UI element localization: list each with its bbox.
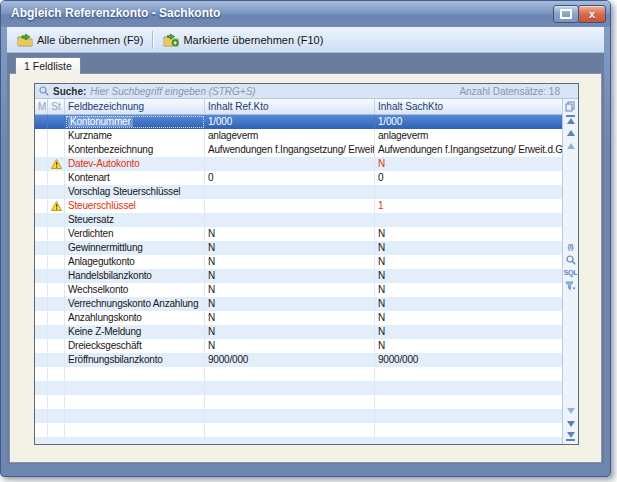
table-row[interactable] <box>35 367 562 381</box>
cell-inhalt-refkto[interactable] <box>205 185 375 199</box>
cell-feldbezeichnung[interactable]: Steuerschlüssel <box>65 199 205 213</box>
titlebar[interactable]: Abgleich Referenzkonto - Sachkonto x <box>1 1 610 27</box>
arrow-down-icon[interactable] <box>564 417 578 430</box>
cell-feldbezeichnung[interactable]: Kontenart <box>65 171 205 185</box>
cell-inhalt-sachkto[interactable]: N <box>375 325 562 339</box>
table-row[interactable]: Verrechnungskonto Anzahlung N N <box>35 297 562 311</box>
cell-inhalt-refkto[interactable]: N <box>205 241 375 255</box>
arrow-down-disabled-icon[interactable] <box>564 404 578 417</box>
cell-inhalt-sachkto[interactable]: N <box>375 311 562 325</box>
cell-inhalt-sachkto[interactable] <box>375 395 562 409</box>
cell-inhalt-sachkto[interactable]: N <box>375 297 562 311</box>
cell-marked[interactable] <box>35 185 48 199</box>
cell-marked[interactable] <box>35 269 48 283</box>
cell-inhalt-refkto[interactable]: anlageverm <box>205 129 375 143</box>
cell-feldbezeichnung[interactable]: Gewinnermittlung <box>65 241 205 255</box>
cell-inhalt-refkto[interactable]: N <box>205 283 375 297</box>
cell-marked[interactable] <box>35 353 48 367</box>
cell-marked[interactable] <box>35 129 48 143</box>
cell-inhalt-sachkto[interactable]: N <box>375 157 562 171</box>
close-button[interactable]: x <box>578 5 606 23</box>
tab-feldliste[interactable]: 1 Feldliste <box>15 57 81 74</box>
cell-inhalt-refkto[interactable] <box>205 395 375 409</box>
cell-marked[interactable] <box>35 437 48 444</box>
cell-inhalt-refkto[interactable] <box>205 367 375 381</box>
cell-inhalt-sachkto[interactable]: anlageverm <box>375 129 562 143</box>
table-row[interactable]: Steuerschlüssel 1 <box>35 199 562 213</box>
cell-marked[interactable] <box>35 199 48 213</box>
table-row[interactable] <box>35 437 562 444</box>
cell-marked[interactable] <box>35 241 48 255</box>
grid-search-bar[interactable]: Suche: Hier Suchbegriff eingeben (STRG+S… <box>35 84 578 99</box>
cell-feldbezeichnung[interactable]: Wechselkonto <box>65 283 205 297</box>
cell-inhalt-sachkto[interactable] <box>375 423 562 437</box>
table-row[interactable]: Kurzname anlageverm anlageverm <box>35 129 562 143</box>
cell-feldbezeichnung[interactable]: Dreiecksgeschäft <box>65 339 205 353</box>
cell-marked[interactable] <box>35 213 48 227</box>
sql-icon[interactable]: SQL <box>564 266 578 279</box>
cell-inhalt-sachkto[interactable]: N <box>375 339 562 353</box>
cell-feldbezeichnung[interactable]: Verdichten <box>65 227 205 241</box>
cell-marked[interactable] <box>35 171 48 185</box>
cell-feldbezeichnung[interactable]: Anlagegutkonto <box>65 255 205 269</box>
filter-icon[interactable] <box>564 279 578 292</box>
table-row[interactable]: Verdichten N N <box>35 227 562 241</box>
cell-feldbezeichnung[interactable]: Eröffnungsbilanzkonto <box>65 353 205 367</box>
table-row[interactable]: Gewinnermittlung N N <box>35 241 562 255</box>
cell-inhalt-sachkto[interactable]: Aufwendungen f.Ingangsetzung/ Erweit.d.G… <box>375 143 562 157</box>
cell-inhalt-refkto[interactable] <box>205 437 375 444</box>
cell-inhalt-refkto[interactable]: N <box>205 297 375 311</box>
cell-inhalt-sachkto[interactable]: N <box>375 241 562 255</box>
column-header-feldbezeichnung[interactable]: Feldbezeichnung <box>65 99 205 114</box>
cell-inhalt-sachkto[interactable]: N <box>375 227 562 241</box>
table-row[interactable]: Eröffnungsbilanzkonto 9000/000 9000/000 <box>35 353 562 367</box>
cell-feldbezeichnung[interactable] <box>65 395 205 409</box>
cell-feldbezeichnung[interactable] <box>65 423 205 437</box>
cell-inhalt-refkto[interactable] <box>205 409 375 423</box>
table-row[interactable]: Anlagegutkonto N N <box>35 255 562 269</box>
cell-inhalt-refkto[interactable]: 1/000 <box>205 115 375 129</box>
cell-inhalt-sachkto[interactable] <box>375 381 562 395</box>
cell-inhalt-refkto[interactable]: 0 <box>205 171 375 185</box>
table-row[interactable]: Dreiecksgeschäft N N <box>35 339 562 353</box>
cell-marked[interactable] <box>35 297 48 311</box>
cell-feldbezeichnung[interactable] <box>65 437 205 444</box>
cell-inhalt-refkto[interactable]: N <box>205 339 375 353</box>
copy-icon[interactable] <box>564 100 578 113</box>
table-row[interactable] <box>35 395 562 409</box>
cell-marked[interactable] <box>35 283 48 297</box>
column-header-inhalt-refkto[interactable]: Inhalt Ref.Kto <box>205 99 375 114</box>
cell-inhalt-refkto[interactable]: N <box>205 311 375 325</box>
cell-feldbezeichnung[interactable]: Kurzname <box>65 129 205 143</box>
cell-feldbezeichnung[interactable] <box>65 381 205 395</box>
table-row[interactable]: Datev-Autokonto N <box>35 157 562 171</box>
table-row[interactable] <box>35 409 562 423</box>
table-row[interactable]: Wechselkonto N N <box>35 283 562 297</box>
maximize-button[interactable] <box>553 5 579 23</box>
cell-inhalt-sachkto[interactable] <box>375 185 562 199</box>
cell-feldbezeichnung[interactable] <box>65 409 205 423</box>
apply-marked-button[interactable]: Markierte übernehmen (F10) <box>157 31 329 49</box>
cell-feldbezeichnung[interactable]: Keine Z-Meldung <box>65 325 205 339</box>
cell-marked[interactable] <box>35 311 48 325</box>
column-header-st[interactable]: St <box>48 99 65 114</box>
table-row[interactable]: Kontenbezeichnung Aufwendungen f.Ingangs… <box>35 143 562 157</box>
cell-inhalt-refkto[interactable]: N <box>205 255 375 269</box>
column-header-inhalt-sachkto[interactable]: Inhalt SachKto <box>375 99 562 114</box>
cell-inhalt-sachkto[interactable] <box>375 437 562 444</box>
cell-inhalt-sachkto[interactable]: N <box>375 269 562 283</box>
arrow-up-disabled-icon[interactable] <box>564 139 578 152</box>
cell-inhalt-sachkto[interactable]: 1/000 <box>375 115 562 129</box>
cell-feldbezeichnung[interactable] <box>65 367 205 381</box>
cell-inhalt-refkto[interactable] <box>205 381 375 395</box>
cell-inhalt-refkto[interactable]: Aufwendungen f.Ingangsetzung/ Erweit.d.G… <box>205 143 375 157</box>
table-row[interactable] <box>35 423 562 437</box>
table-row[interactable]: Vorschlag Steuerschlüssel <box>35 185 562 199</box>
table-row[interactable]: Anzahlungskonto N N <box>35 311 562 325</box>
cell-feldbezeichnung[interactable]: Datev-Autokonto <box>65 157 205 171</box>
cell-feldbezeichnung[interactable]: Anzahlungskonto <box>65 311 205 325</box>
cell-inhalt-refkto[interactable]: N <box>205 269 375 283</box>
cell-marked[interactable] <box>35 423 48 437</box>
go-top-icon[interactable] <box>564 113 578 126</box>
cell-marked[interactable] <box>35 395 48 409</box>
